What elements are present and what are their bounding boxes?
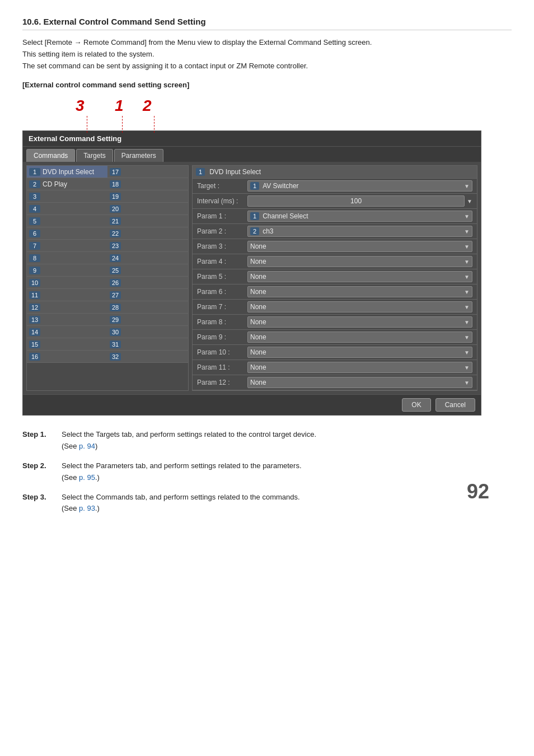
item-num-26: 26 [110,279,121,287]
list-item-6[interactable]: 6 [27,227,107,240]
step-3-text: Select the Commands tab, and perform set… [62,493,300,501]
param-label-4: Param 4 : [197,258,247,265]
param-label-1: Param 1 : [197,212,247,220]
list-item-26[interactable]: 26 [107,277,188,289]
target-dropdown-icon: ▼ [464,183,470,189]
item-num-27: 27 [110,291,121,299]
target-select-num: 1 [250,182,259,190]
list-item-8[interactable]: 8 [27,252,107,264]
step-3: Step 3. Select the Commands tab, and per… [22,492,512,515]
list-item-12[interactable]: 12 [27,301,107,314]
list-item-25[interactable]: 25 [107,264,188,277]
dialog-footer: OK Cancel [23,394,481,415]
command-list: 1 DVD Input Select 2 CD Play 3 4 [27,166,188,363]
list-item-15[interactable]: 15 [27,338,107,351]
cancel-button[interactable]: Cancel [435,398,475,412]
list-item-20[interactable]: 20 [107,203,188,215]
tab-commands[interactable]: Commands [26,149,75,162]
list-item-5[interactable]: 5 [27,215,107,227]
list-item-3[interactable]: 3 [27,190,107,203]
item-num-3: 3 [29,193,40,200]
list-item-10[interactable]: 10 [27,277,107,289]
list-item-30[interactable]: 30 [107,326,188,338]
param6-select[interactable]: None ▼ [247,286,472,297]
list-item-21[interactable]: 21 [107,215,188,227]
step-1-content: Select the Targets tab, and perform sett… [62,429,512,452]
param3-select[interactable]: None ▼ [247,241,472,252]
param-label-3: Param 3 : [197,242,247,250]
param5-dropdown-icon: ▼ [464,274,470,280]
param2-select[interactable]: 2 ch3 ▼ [247,226,472,237]
list-item-1[interactable]: 1 DVD Input Select [27,166,107,178]
param7-select[interactable]: None ▼ [247,301,472,312]
param9-select[interactable]: None ▼ [247,332,472,343]
item-num-22: 22 [110,230,121,237]
target-select-text: AV Switcher [263,182,464,190]
detail-row-param5: Param 5 : None ▼ [193,269,477,284]
step-1-text: Select the Targets tab, and perform sett… [62,430,316,438]
tab-targets[interactable]: Targets [76,149,113,162]
list-item-14[interactable]: 14 [27,326,107,338]
param-label-12: Param 12 : [197,379,247,386]
detail-row-param7: Param 7 : None ▼ [193,300,477,315]
step-2-see-text: (See [62,473,79,482]
list-item-23[interactable]: 23 [107,240,188,252]
list-item-31[interactable]: 31 [107,338,188,351]
item-num-30: 30 [110,328,121,336]
param4-select[interactable]: None ▼ [247,256,472,267]
step-1: Step 1. Select the Targets tab, and perf… [22,429,512,452]
tab-parameters[interactable]: Parameters [114,149,163,162]
step-2-text: Select the Parameters tab, and perform s… [62,461,302,470]
list-item-22[interactable]: 22 [107,227,188,240]
param12-select-text: None [250,379,464,386]
list-item-27[interactable]: 27 [107,289,188,301]
step-1-label: Step 1. [22,429,62,452]
param1-select[interactable]: 1 Channel Select ▼ [247,211,472,222]
annotation-3: 3 [76,97,85,115]
param11-select[interactable]: None ▼ [247,362,472,373]
list-item-24[interactable]: 24 [107,252,188,264]
param10-select[interactable]: None ▼ [247,347,472,358]
param5-select[interactable]: None ▼ [247,271,472,282]
param12-select[interactable]: None ▼ [247,377,472,388]
step-2-see-link[interactable]: p. 95 [79,473,95,482]
step-1-see-close: ) [95,442,97,450]
list-item-28[interactable]: 28 [107,301,188,314]
list-item-16[interactable]: 16 [27,351,107,363]
list-item-2[interactable]: 2 CD Play [27,178,107,190]
interval-input[interactable]: 100 [247,195,465,207]
list-item-32[interactable]: 32 [107,351,188,363]
step-1-see-link[interactable]: p. 94 [79,442,95,450]
detail-header-num: 1 [196,168,205,176]
annotation-1: 1 [115,97,124,115]
list-item-13[interactable]: 13 [27,314,107,326]
param3-select-text: None [250,242,464,250]
step-3-see-text: (See [62,504,79,512]
list-item-19[interactable]: 19 [107,190,188,203]
param8-dropdown-icon: ▼ [464,319,470,325]
detail-row-param2: Param 2 : 2 ch3 ▼ [193,224,477,239]
command-list-panel: 1 DVD Input Select 2 CD Play 3 4 [26,165,189,391]
list-item-29[interactable]: 29 [107,314,188,326]
list-item-7[interactable]: 7 [27,240,107,252]
list-item-11[interactable]: 11 [27,289,107,301]
item-num-12: 12 [29,304,40,311]
item-num-2: 2 [29,180,40,188]
param-label-11: Param 11 : [197,363,247,371]
ok-button[interactable]: OK [402,398,430,412]
target-select[interactable]: 1 AV Switcher ▼ [247,180,472,192]
item-num-17: 17 [110,168,121,176]
list-item-17[interactable]: 17 [107,166,188,178]
item-num-10: 10 [29,279,40,287]
detail-row-param12: Param 12 : None ▼ [193,375,477,390]
step-2-content: Select the Parameters tab, and perform s… [62,460,512,484]
item-num-5: 5 [29,217,40,225]
step-3-see-link[interactable]: p. 93 [79,504,95,512]
list-item-9[interactable]: 9 [27,264,107,277]
dialog-title: External Command Setting [23,131,481,147]
param8-select[interactable]: None ▼ [247,316,472,328]
list-item-18[interactable]: 18 [107,178,188,190]
item-num-18: 18 [110,180,121,188]
item-num-19: 19 [110,193,121,200]
list-item-4[interactable]: 4 [27,203,107,215]
